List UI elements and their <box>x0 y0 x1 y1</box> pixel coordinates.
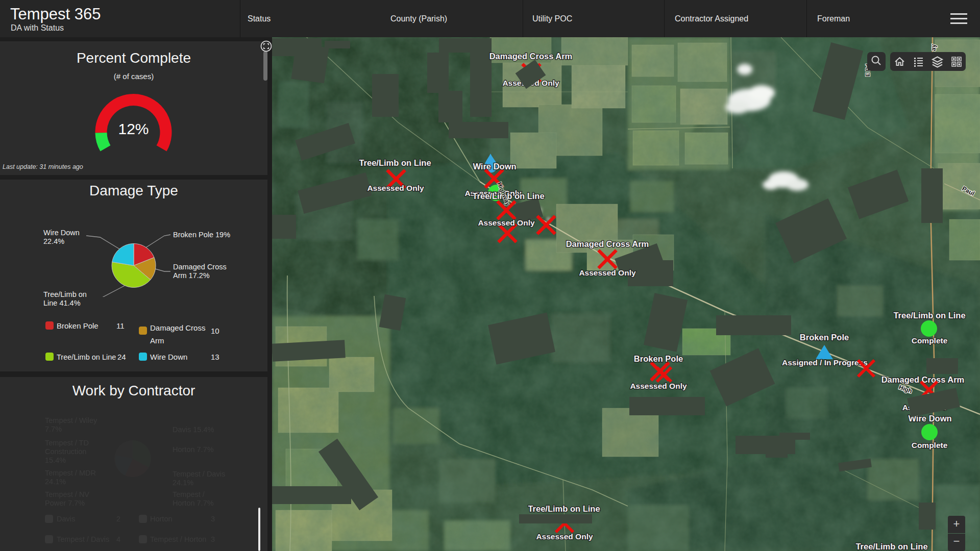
svg-text:Assigned / In Progress: Assigned / In Progress <box>782 358 868 367</box>
svg-text:Tree/Limb on Line: Tree/Limb on Line <box>893 311 965 320</box>
svg-text:Broken Pole: Broken Pole <box>800 333 849 342</box>
svg-text:Tree/Limb on Line: Tree/Limb on Line <box>528 504 600 513</box>
svg-text:Assessed Only: Assessed Only <box>478 218 535 227</box>
svg-text:Wire Down: Wire Down <box>473 162 516 171</box>
svg-text:12%: 12% <box>118 120 149 137</box>
svg-text:Complete: Complete <box>912 441 948 449</box>
svg-text:Assessed Only: Assessed Only <box>630 382 687 390</box>
svg-text:Assessed Only: Assessed Only <box>367 184 424 192</box>
svg-text:ay: ay <box>930 44 937 51</box>
svg-text:Assessed Only: Assessed Only <box>536 532 593 541</box>
svg-text:Tree/Limb on Line: Tree/Limb on Line <box>359 158 431 167</box>
svg-text:Complete: Complete <box>912 336 948 345</box>
svg-text:Assessed Only: Assessed Only <box>579 268 636 277</box>
svg-text:Damaged Cross Arm: Damaged Cross Arm <box>489 52 573 61</box>
svg-text:Broken Pole: Broken Pole <box>634 354 683 363</box>
svg-text:Tree/Limb on Line: Tree/Limb on Line <box>855 542 927 551</box>
svg-text:Damaged Cross Arm: Damaged Cross Arm <box>566 239 649 248</box>
